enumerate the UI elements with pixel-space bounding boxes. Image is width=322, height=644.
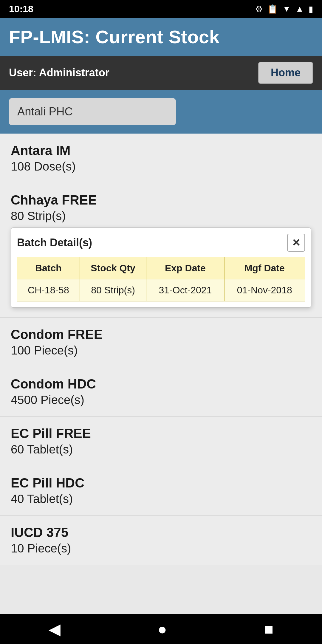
stock-item-name: EC Pill FREE [11, 426, 311, 441]
app-header: FP-LMIS: Current Stock [0, 18, 322, 56]
home-button[interactable]: Home [258, 62, 313, 84]
col-mgf-date: Mgf Date [224, 257, 305, 279]
stock-item-name: Chhaya FREE [11, 193, 311, 208]
list-item[interactable]: Condom FREE 100 Piece(s) [0, 318, 322, 367]
table-row: CH-18-58 80 Strip(s) 31-Oct-2021 01-Nov-… [17, 279, 305, 301]
stock-item-name: Condom FREE [11, 327, 311, 342]
list-item[interactable]: EC Pill FREE 60 Tablet(s) [0, 417, 322, 466]
stock-item-qty: 40 Tablet(s) [11, 492, 311, 506]
status-time: 10:18 [9, 4, 33, 15]
wifi-icon: ▼ [283, 4, 291, 14]
batch-table: Batch Stock Qty Exp Date Mgf Date CH-18-… [17, 257, 305, 301]
home-nav-icon[interactable]: ● [140, 617, 185, 641]
app-title: FP-LMIS: Current Stock [9, 26, 313, 47]
status-bar: 10:18 ⚙ 📋 ▼ ▲ ▮ [0, 0, 322, 18]
list-item[interactable]: Antara IM 108 Dose(s) [0, 134, 322, 183]
stock-item-name: IUCD 375 [11, 525, 311, 540]
signal-icon: ▲ [295, 4, 304, 14]
facility-bar: Antali PHC [0, 90, 322, 134]
battery-icon: ▮ [309, 4, 313, 14]
chhaya-free-item[interactable]: Chhaya FREE 80 Strip(s) Batch Detail(s) … [0, 183, 322, 318]
stock-item-name: Condom HDC [11, 377, 311, 391]
stock-item-qty: 10 Piece(s) [11, 542, 311, 555]
stock-item-qty: 60 Tablet(s) [11, 443, 311, 456]
clipboard-icon: 📋 [267, 4, 278, 14]
list-item[interactable]: Condom HDC 4500 Piece(s) [0, 367, 322, 417]
mgf-date-value: 01-Nov-2018 [224, 279, 305, 301]
batch-detail-popup: Batch Detail(s) ✕ Batch Stock Qty Exp Da… [11, 227, 311, 308]
user-bar: User: Administrator Home [0, 56, 322, 90]
stock-item-qty: 100 Piece(s) [11, 344, 311, 357]
back-nav-icon[interactable]: ◀ [31, 617, 78, 641]
recent-nav-icon[interactable]: ■ [246, 617, 291, 641]
user-label: User: Administrator [9, 66, 109, 79]
main-content: Antara IM 108 Dose(s) Chhaya FREE 80 Str… [0, 134, 322, 614]
batch-detail-title: Batch Detail(s) [17, 236, 92, 249]
stock-item-qty: 80 Strip(s) [11, 209, 311, 223]
batch-value: CH-18-58 [17, 279, 80, 301]
col-stock-qty: Stock Qty [80, 257, 146, 279]
batch-detail-header: Batch Detail(s) ✕ [17, 234, 305, 252]
col-batch: Batch [17, 257, 80, 279]
facility-name: Antali PHC [17, 105, 73, 118]
facility-selector[interactable]: Antali PHC [9, 98, 176, 125]
col-exp-date: Exp Date [146, 257, 224, 279]
stock-item-qty: 4500 Piece(s) [11, 393, 311, 407]
stock-item-name: EC Pill HDC [11, 476, 311, 490]
list-item[interactable]: EC Pill HDC 40 Tablet(s) [0, 466, 322, 515]
exp-date-value: 31-Oct-2021 [146, 279, 224, 301]
nav-bar: ◀ ● ■ [0, 614, 322, 644]
stock-item-name: Antara IM [11, 143, 311, 158]
list-item[interactable]: IUCD 375 10 Piece(s) [0, 515, 322, 565]
stock-item-qty: 108 Dose(s) [11, 160, 311, 173]
batch-close-button[interactable]: ✕ [287, 234, 305, 252]
status-icons: ⚙ 📋 ▼ ▲ ▮ [255, 4, 313, 14]
table-header-row: Batch Stock Qty Exp Date Mgf Date [17, 257, 305, 279]
settings-icon: ⚙ [255, 4, 263, 14]
stock-qty-value: 80 Strip(s) [80, 279, 146, 301]
